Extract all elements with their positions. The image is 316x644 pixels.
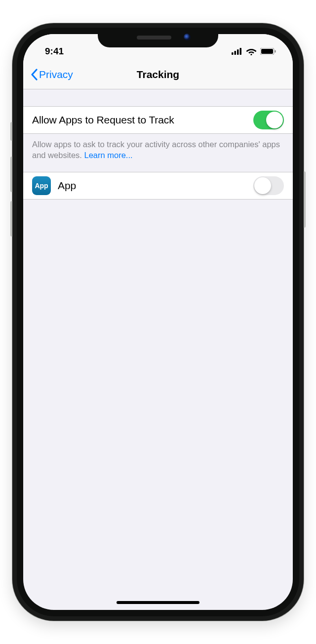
power-button bbox=[304, 171, 306, 228]
phone-frame: 9:41 Privacy Tracking Allow Apps to Requ… bbox=[12, 23, 304, 621]
battery-icon bbox=[260, 48, 276, 55]
allow-tracking-toggle[interactable] bbox=[253, 111, 284, 129]
navigation-bar: Privacy Tracking bbox=[23, 62, 293, 89]
back-button[interactable]: Privacy bbox=[30, 69, 73, 80]
chevron-left-icon bbox=[30, 69, 38, 80]
silence-switch bbox=[10, 122, 12, 141]
cellular-icon bbox=[232, 48, 242, 55]
svg-rect-0 bbox=[232, 52, 234, 55]
notch bbox=[98, 28, 218, 47]
volume-down-button bbox=[10, 201, 12, 237]
svg-rect-6 bbox=[275, 50, 276, 53]
app-name-label: App bbox=[58, 180, 76, 192]
allow-tracking-label: Allow Apps to Request to Track bbox=[32, 114, 174, 126]
home-indicator[interactable] bbox=[117, 601, 199, 604]
back-label: Privacy bbox=[39, 69, 73, 80]
svg-rect-1 bbox=[235, 51, 237, 55]
screen: 9:41 Privacy Tracking Allow Apps to Requ… bbox=[23, 34, 293, 610]
app-tracking-toggle[interactable] bbox=[253, 176, 284, 195]
camera-icon bbox=[184, 34, 191, 40]
footnote-text: Allow apps to ask to track your activity… bbox=[32, 140, 280, 160]
app-icon: App bbox=[32, 176, 51, 195]
app-icon-text: App bbox=[35, 182, 48, 190]
volume-up-button bbox=[10, 157, 12, 192]
allow-tracking-row[interactable]: Allow Apps to Request to Track bbox=[23, 106, 293, 134]
tracking-footnote: Allow apps to ask to track your activity… bbox=[23, 134, 293, 172]
wifi-icon bbox=[246, 48, 257, 55]
svg-rect-3 bbox=[240, 48, 242, 55]
speaker-grill bbox=[137, 36, 171, 40]
content: Allow Apps to Request to Track Allow app… bbox=[23, 89, 293, 200]
status-time: 9:41 bbox=[45, 46, 64, 57]
app-tracking-row[interactable]: App App bbox=[23, 172, 293, 200]
svg-rect-2 bbox=[237, 49, 239, 55]
learn-more-link[interactable]: Learn more... bbox=[84, 151, 132, 160]
svg-rect-5 bbox=[261, 49, 273, 54]
